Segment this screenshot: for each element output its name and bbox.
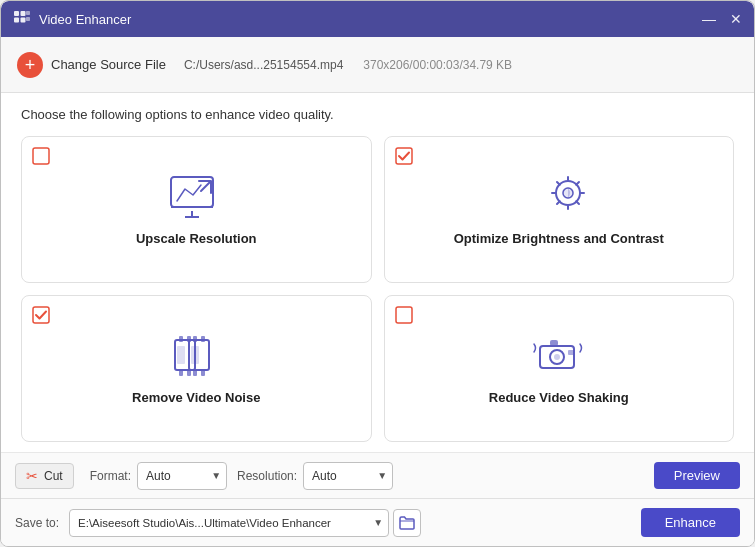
close-button[interactable]: ✕ (730, 11, 742, 27)
app-icon (13, 10, 31, 28)
resolution-dropdown-wrapper: Auto 360p 480p 720p 1080p ▼ (303, 462, 393, 490)
main-content: Choose the following options to enhance … (1, 93, 754, 452)
save-to-label: Save to: (15, 516, 59, 530)
section-instruction: Choose the following options to enhance … (21, 107, 734, 122)
camera-shake-icon (530, 332, 588, 380)
format-dropdown-wrapper: Auto MP4 AVI MKV MOV ▼ (137, 462, 227, 490)
svg-rect-36 (191, 346, 199, 364)
source-bar: + Change Source File C:/Users/asd...2515… (1, 37, 754, 93)
svg-rect-5 (26, 17, 30, 21)
option-stabilize-card[interactable]: Reduce Video Shaking (384, 295, 735, 442)
save-path-dropdown[interactable]: E:\Aiseesoft Studio\Ais...Ultimate\Video… (69, 509, 389, 537)
scissors-icon: ✂ (26, 468, 38, 484)
svg-rect-31 (193, 336, 197, 342)
toolbar-bar: ✂ Cut Format: Auto MP4 AVI MKV MOV ▼ Res… (1, 452, 754, 498)
svg-rect-33 (193, 370, 197, 376)
change-source-label: Change Source File (51, 57, 166, 72)
svg-rect-2 (14, 18, 19, 23)
save-path-wrapper: E:\Aiseesoft Studio\Ais...Ultimate\Video… (69, 509, 631, 537)
stabilize-label: Reduce Video Shaking (489, 390, 629, 405)
svg-rect-42 (568, 350, 574, 355)
option-upscale-card[interactable]: Upscale Resolution (21, 136, 372, 283)
svg-rect-0 (14, 11, 19, 16)
folder-icon (399, 516, 415, 530)
file-path: C:/Users/asd...25154554.mp4 (184, 58, 343, 72)
upscale-label: Upscale Resolution (136, 231, 257, 246)
cut-label: Cut (44, 469, 63, 483)
svg-rect-37 (396, 307, 412, 323)
enhance-button[interactable]: Enhance (641, 508, 740, 537)
save-bar: Save to: E:\Aiseesoft Studio\Ais...Ultim… (1, 498, 754, 546)
change-source-button[interactable]: + Change Source File (17, 52, 166, 78)
svg-rect-32 (201, 336, 205, 342)
svg-rect-4 (26, 11, 30, 15)
brightness-label: Optimize Brightness and Contrast (454, 231, 664, 246)
film-noise-icon (167, 332, 225, 380)
svg-line-21 (557, 201, 560, 204)
option-brightness-card[interactable]: Optimize Brightness and Contrast (384, 136, 735, 283)
resolution-dropdown[interactable]: Auto 360p 480p 720p 1080p (303, 462, 393, 490)
svg-line-11 (201, 182, 210, 191)
svg-rect-1 (21, 11, 26, 16)
save-path-select-wrapper: E:\Aiseesoft Studio\Ais...Ultimate\Video… (69, 509, 389, 537)
svg-rect-6 (33, 148, 49, 164)
resolution-group: Resolution: Auto 360p 480p 720p 1080p ▼ (237, 462, 393, 490)
titlebar-left: Video Enhancer (13, 10, 131, 28)
preview-button[interactable]: Preview (654, 462, 740, 489)
svg-line-22 (576, 182, 579, 185)
plus-icon: + (17, 52, 43, 78)
format-label: Format: (90, 469, 131, 483)
svg-rect-26 (179, 336, 183, 342)
svg-line-20 (576, 201, 579, 204)
app-title: Video Enhancer (39, 12, 131, 27)
svg-rect-41 (550, 340, 558, 346)
app-window: Video Enhancer — ✕ + Change Source File … (0, 0, 755, 547)
svg-rect-35 (177, 346, 185, 364)
brightness-icon (530, 173, 588, 221)
browse-folder-button[interactable] (393, 509, 421, 537)
format-group: Format: Auto MP4 AVI MKV MOV ▼ (90, 462, 227, 490)
svg-rect-3 (21, 18, 26, 23)
stabilize-checkbox[interactable] (395, 306, 413, 324)
titlebar: Video Enhancer — ✕ (1, 1, 754, 37)
resolution-label: Resolution: (237, 469, 297, 483)
monitor-upscale-icon (167, 173, 225, 221)
svg-rect-34 (201, 370, 205, 376)
cut-button[interactable]: ✂ Cut (15, 463, 74, 489)
brightness-checkbox[interactable] (395, 147, 413, 165)
denoise-checkbox[interactable] (32, 306, 50, 324)
svg-point-40 (554, 354, 560, 360)
svg-line-19 (557, 182, 560, 185)
file-meta: 370x206/00:00:03/34.79 KB (363, 58, 512, 72)
format-dropdown[interactable]: Auto MP4 AVI MKV MOV (137, 462, 227, 490)
option-denoise-card[interactable]: Remove Video Noise (21, 295, 372, 442)
window-controls: — ✕ (702, 11, 742, 27)
upscale-checkbox[interactable] (32, 147, 50, 165)
options-grid: Upscale Resolution (21, 136, 734, 442)
svg-rect-28 (179, 370, 183, 376)
denoise-label: Remove Video Noise (132, 390, 260, 405)
minimize-button[interactable]: — (702, 11, 716, 27)
